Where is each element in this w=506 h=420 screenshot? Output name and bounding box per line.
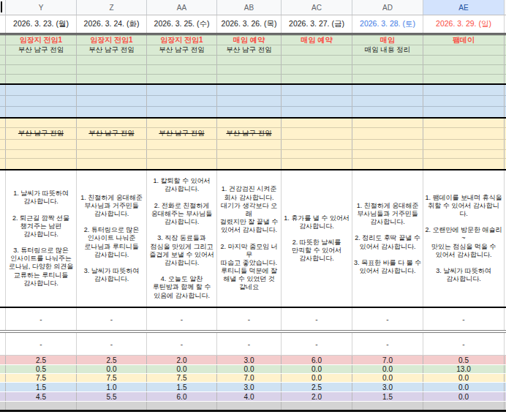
- score-cell[interactable]: 0.5: [6, 365, 77, 373]
- date-cell-sat[interactable]: 2026. 3. 28. (토): [352, 15, 423, 33]
- empty-cell[interactable]: [147, 119, 217, 127]
- dash-cell[interactable]: -: [6, 308, 77, 330]
- plan-header-cell[interactable]: 매임 예약: [217, 35, 282, 45]
- empty-cell[interactable]: [6, 107, 77, 117]
- completed-task-cell[interactable]: 부산 남구 전임: [77, 128, 147, 139]
- empty-cell[interactable]: [77, 107, 147, 117]
- empty-cell[interactable]: [282, 140, 352, 149]
- plan-task-cell[interactable]: 매임 내용 정리: [352, 45, 423, 55]
- score-cell[interactable]: 13.0: [423, 365, 505, 373]
- empty-cell[interactable]: [6, 402, 77, 410]
- score-cell[interactable]: 1.5: [147, 383, 217, 391]
- empty-cell[interactable]: [423, 85, 505, 95]
- score-cell[interactable]: 2.5: [6, 356, 77, 364]
- empty-cell[interactable]: [6, 150, 77, 158]
- empty-cell[interactable]: [77, 65, 147, 74]
- empty-cell[interactable]: [352, 119, 423, 127]
- empty-cell[interactable]: [217, 119, 282, 127]
- score-cell[interactable]: 3.0: [217, 356, 282, 364]
- empty-cell[interactable]: [352, 85, 423, 95]
- score-cell[interactable]: 3.0: [352, 383, 423, 391]
- dash-cell[interactable]: -: [217, 333, 282, 355]
- empty-cell[interactable]: [77, 85, 147, 95]
- plan-header-cell[interactable]: 팸데이: [423, 35, 505, 45]
- gratitude-cell-sat[interactable]: 1. 친절하게 응대해준 부사님들과 거주민들 감사합니다. 2. 정리도 후딱…: [352, 170, 423, 307]
- empty-cell[interactable]: [6, 65, 77, 74]
- empty-cell[interactable]: [217, 140, 282, 149]
- empty-cell[interactable]: [6, 140, 77, 149]
- empty-cell[interactable]: [282, 85, 352, 95]
- empty-cell[interactable]: [217, 96, 282, 106]
- empty-cell[interactable]: [423, 402, 505, 410]
- plan-task-cell[interactable]: [282, 45, 352, 55]
- empty-cell[interactable]: [423, 56, 505, 64]
- score-cell[interactable]: 2.5: [77, 356, 147, 364]
- dash-cell[interactable]: -: [352, 333, 423, 355]
- plan-task-cell[interactable]: [423, 45, 505, 55]
- score-cell[interactable]: 7.5: [6, 374, 77, 382]
- empty-cell[interactable]: [352, 402, 423, 410]
- score-cell[interactable]: 0.0: [423, 374, 505, 382]
- empty-cell[interactable]: [352, 150, 423, 158]
- plan-header-cell[interactable]: 매임: [352, 35, 423, 45]
- plan-header-cell[interactable]: 임장지 전임1: [147, 35, 217, 45]
- empty-cell[interactable]: [147, 85, 217, 95]
- dash-cell[interactable]: -: [147, 333, 217, 355]
- completed-task-cell[interactable]: 부산 남구 전임: [217, 128, 282, 139]
- empty-cell[interactable]: [282, 402, 352, 410]
- empty-cell[interactable]: [282, 159, 352, 169]
- score-cell[interactable]: 1.5: [6, 383, 77, 391]
- empty-cell[interactable]: [217, 85, 282, 95]
- gratitude-cell-sun[interactable]: 1. 팸데이를 보내며 휴식을 취할 수 있어서 감사합니다. 2. 오랜만에 …: [423, 170, 505, 307]
- column-header-ae-selected[interactable]: AE: [423, 0, 505, 15]
- column-header-y[interactable]: Y: [6, 0, 77, 15]
- gratitude-cell-thu[interactable]: 1. 건강검진 시켜준 회사 감사합니다. 대기가 생각보다 오래 걸렸지만 잘…: [217, 170, 282, 307]
- date-cell-tue[interactable]: 2026. 3. 24. (화): [77, 15, 147, 33]
- dash-cell[interactable]: -: [282, 308, 352, 330]
- empty-cell[interactable]: [423, 140, 505, 149]
- score-cell[interactable]: 0.0: [282, 365, 352, 373]
- empty-cell[interactable]: [77, 96, 147, 106]
- empty-cell[interactable]: [423, 159, 505, 169]
- empty-cell[interactable]: [352, 107, 423, 117]
- gratitude-cell-mon[interactable]: 1. 날씨가 따뜻하여 감사합니다. 2. 퇴근길 깜짝 선물 챙겨주는 남편 …: [6, 170, 77, 307]
- empty-cell[interactable]: [352, 56, 423, 64]
- empty-cell[interactable]: [352, 65, 423, 74]
- score-cell[interactable]: 4.5: [6, 392, 77, 401]
- empty-cell[interactable]: [423, 96, 505, 106]
- plan-header-cell[interactable]: 임장지 전임1: [6, 35, 77, 45]
- empty-cell[interactable]: [352, 140, 423, 149]
- date-cell-sun[interactable]: 2026. 3. 29. (일): [423, 15, 505, 33]
- column-header-ac[interactable]: AC: [282, 0, 352, 15]
- completed-task-cell[interactable]: 부산 남구 전임: [147, 128, 217, 139]
- plan-task-cell[interactable]: 부산 남구 전임: [217, 45, 282, 55]
- empty-cell[interactable]: [423, 107, 505, 117]
- empty-cell[interactable]: [282, 107, 352, 117]
- score-cell[interactable]: 7.5: [147, 374, 217, 382]
- plan-task-cell[interactable]: 부산 남구 전임: [6, 45, 77, 55]
- empty-cell[interactable]: [352, 159, 423, 169]
- score-cell[interactable]: 2.0: [282, 392, 352, 401]
- score-cell[interactable]: 0.0: [282, 374, 352, 382]
- empty-cell[interactable]: [423, 75, 505, 83]
- score-cell[interactable]: 0.0: [423, 392, 505, 401]
- plan-header-cell[interactable]: 임장지 전임1: [77, 35, 147, 45]
- dash-cell[interactable]: -: [6, 333, 77, 355]
- completed-task-cell[interactable]: [352, 128, 423, 139]
- empty-cell[interactable]: [352, 96, 423, 106]
- empty-cell[interactable]: [217, 75, 282, 83]
- score-cell[interactable]: 6.0: [282, 356, 352, 364]
- score-cell[interactable]: 7.0: [217, 374, 282, 382]
- empty-cell[interactable]: [282, 119, 352, 127]
- empty-cell[interactable]: [423, 150, 505, 158]
- score-cell[interactable]: 7.5: [77, 374, 147, 382]
- column-header-z[interactable]: Z: [77, 0, 147, 15]
- empty-cell[interactable]: [217, 65, 282, 74]
- dash-cell[interactable]: -: [352, 308, 423, 330]
- score-cell[interactable]: 2.5: [282, 383, 352, 391]
- empty-cell[interactable]: [423, 65, 505, 74]
- empty-cell[interactable]: [77, 56, 147, 64]
- empty-cell[interactable]: [6, 85, 77, 95]
- date-cell-thu[interactable]: 2026. 3. 26. (목): [217, 15, 282, 33]
- empty-cell[interactable]: [147, 96, 217, 106]
